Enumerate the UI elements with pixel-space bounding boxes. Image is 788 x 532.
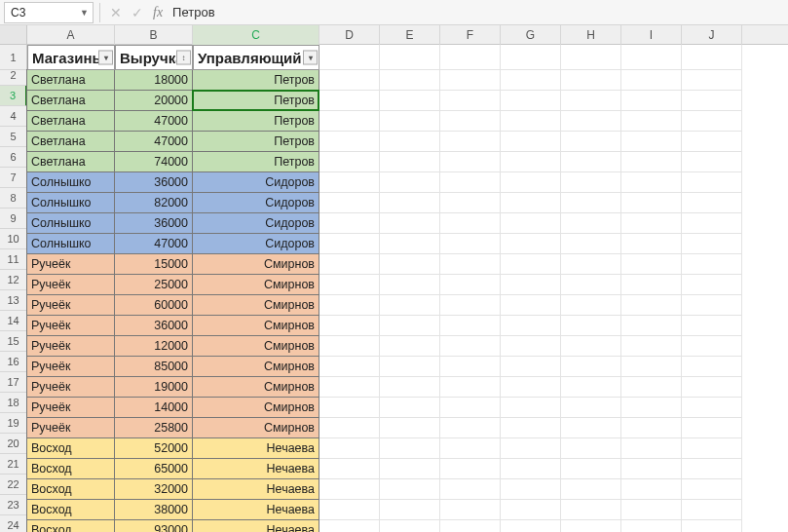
column-header-E[interactable]: E xyxy=(380,25,440,47)
cell-store[interactable]: Светлана xyxy=(26,131,115,152)
empty-cell[interactable] xyxy=(561,132,621,152)
empty-cell[interactable] xyxy=(682,70,742,91)
empty-cell[interactable] xyxy=(440,70,501,91)
empty-cell[interactable] xyxy=(319,132,380,152)
row-header-17[interactable]: 17 xyxy=(0,372,26,393)
empty-cell[interactable] xyxy=(561,193,621,213)
cell-store[interactable]: Солнышко xyxy=(26,212,115,234)
empty-cell[interactable] xyxy=(561,479,621,500)
filter-icon[interactable]: ↕ xyxy=(176,51,191,65)
empty-cell[interactable] xyxy=(682,336,742,357)
empty-cell[interactable] xyxy=(501,254,561,275)
cell-revenue[interactable]: 82000 xyxy=(114,192,193,213)
empty-cell[interactable] xyxy=(440,357,501,377)
empty-cell[interactable] xyxy=(380,336,440,357)
empty-cell[interactable] xyxy=(380,275,440,295)
empty-cell[interactable] xyxy=(682,479,742,500)
empty-cell[interactable] xyxy=(621,316,682,336)
empty-cell[interactable] xyxy=(501,316,561,336)
empty-cell[interactable] xyxy=(682,500,742,520)
cell-store[interactable]: Восход xyxy=(26,519,115,532)
row-header-13[interactable]: 13 xyxy=(0,290,26,311)
empty-cell[interactable] xyxy=(319,500,380,520)
empty-cell[interactable] xyxy=(682,45,742,70)
empty-cell[interactable] xyxy=(440,172,501,193)
empty-cell[interactable] xyxy=(380,438,440,459)
empty-cell[interactable] xyxy=(319,111,380,132)
cell-revenue[interactable]: 14000 xyxy=(114,397,193,418)
cell-revenue[interactable]: 15000 xyxy=(114,253,193,275)
empty-cell[interactable] xyxy=(319,377,380,398)
empty-cell[interactable] xyxy=(561,45,621,70)
empty-cell[interactable] xyxy=(561,234,621,254)
empty-cell[interactable] xyxy=(682,213,742,234)
table-header-a[interactable]: Магазины▾ xyxy=(27,45,115,70)
row-header-6[interactable]: 6 xyxy=(0,147,26,168)
row-header-21[interactable]: 21 xyxy=(0,454,26,475)
empty-cell[interactable] xyxy=(682,152,742,172)
empty-cell[interactable] xyxy=(682,254,742,275)
empty-cell[interactable] xyxy=(682,111,742,132)
cell-manager[interactable]: Петров xyxy=(192,131,319,152)
empty-cell[interactable] xyxy=(561,111,621,132)
empty-cell[interactable] xyxy=(682,377,742,398)
cell-revenue[interactable]: 65000 xyxy=(114,458,193,479)
column-header-B[interactable]: B xyxy=(115,25,193,47)
empty-cell[interactable] xyxy=(440,418,501,438)
empty-cell[interactable] xyxy=(621,132,682,152)
column-header-F[interactable]: F xyxy=(440,25,501,47)
empty-cell[interactable] xyxy=(380,500,440,520)
empty-cell[interactable] xyxy=(561,295,621,316)
empty-cell[interactable] xyxy=(621,275,682,295)
cell-manager[interactable]: Сидоров xyxy=(192,171,319,193)
empty-cell[interactable] xyxy=(561,398,621,418)
column-header-C[interactable]: C xyxy=(193,25,319,47)
empty-cell[interactable] xyxy=(561,254,621,275)
cell-revenue[interactable]: 12000 xyxy=(114,335,193,357)
empty-cell[interactable] xyxy=(501,234,561,254)
empty-cell[interactable] xyxy=(440,438,501,459)
empty-cell[interactable] xyxy=(621,357,682,377)
empty-cell[interactable] xyxy=(380,459,440,479)
empty-cell[interactable] xyxy=(501,336,561,357)
empty-cell[interactable] xyxy=(561,275,621,295)
empty-cell[interactable] xyxy=(319,459,380,479)
empty-cell[interactable] xyxy=(380,377,440,398)
empty-cell[interactable] xyxy=(440,520,501,532)
empty-cell[interactable] xyxy=(501,111,561,132)
empty-cell[interactable] xyxy=(682,234,742,254)
column-header-H[interactable]: H xyxy=(561,25,621,47)
cell-manager[interactable]: Петров xyxy=(192,90,319,111)
empty-cell[interactable] xyxy=(380,254,440,275)
cell-manager[interactable]: Смирнов xyxy=(192,274,319,295)
cell-revenue[interactable]: 38000 xyxy=(114,499,193,520)
cell-manager[interactable]: Смирнов xyxy=(192,376,319,398)
empty-cell[interactable] xyxy=(440,316,501,336)
empty-cell[interactable] xyxy=(682,275,742,295)
cell-store[interactable]: Солнышко xyxy=(26,233,115,254)
empty-cell[interactable] xyxy=(501,45,561,70)
empty-cell[interactable] xyxy=(621,172,682,193)
row-header-12[interactable]: 12 xyxy=(0,270,26,290)
table-header-c[interactable]: Управляющий▾ xyxy=(193,45,319,70)
cell-manager[interactable]: Смирнов xyxy=(192,417,319,438)
empty-cell[interactable] xyxy=(440,152,501,172)
empty-cell[interactable] xyxy=(440,398,501,418)
empty-cell[interactable] xyxy=(621,295,682,316)
empty-cell[interactable] xyxy=(501,418,561,438)
cell-manager[interactable]: Сидоров xyxy=(192,192,319,213)
empty-cell[interactable] xyxy=(621,234,682,254)
empty-cell[interactable] xyxy=(561,91,621,111)
empty-cell[interactable] xyxy=(319,234,380,254)
empty-cell[interactable] xyxy=(319,316,380,336)
accept-icon[interactable]: ✓ xyxy=(131,5,143,20)
empty-cell[interactable] xyxy=(440,111,501,132)
empty-cell[interactable] xyxy=(380,234,440,254)
cell-revenue[interactable]: 36000 xyxy=(114,315,193,336)
empty-cell[interactable] xyxy=(380,132,440,152)
cell-store[interactable]: Восход xyxy=(26,458,115,479)
cell-store[interactable]: Ручеёк xyxy=(26,253,115,275)
empty-cell[interactable] xyxy=(682,193,742,213)
cell-manager[interactable]: Смирнов xyxy=(192,397,319,418)
empty-cell[interactable] xyxy=(682,357,742,377)
